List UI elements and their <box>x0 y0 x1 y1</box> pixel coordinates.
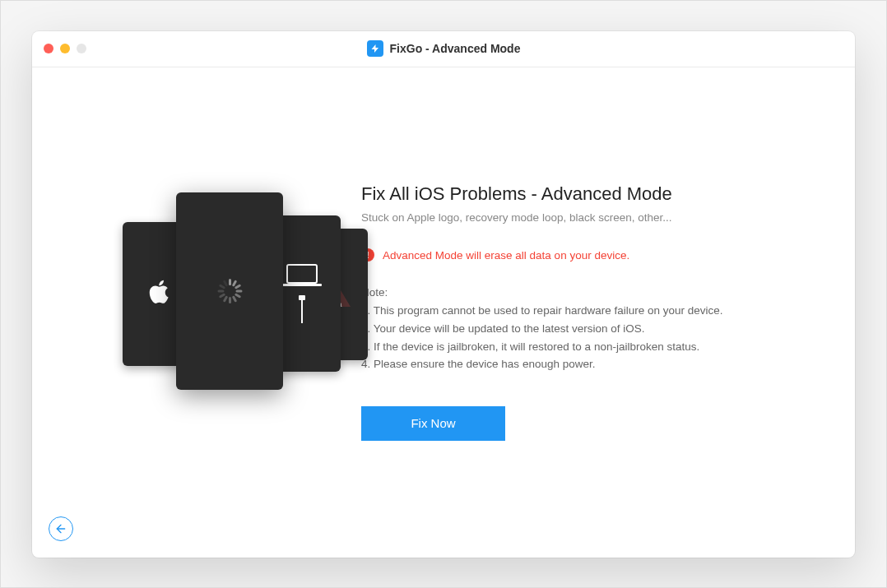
window-title-group: FixGo - Advanced Mode <box>367 40 521 57</box>
note-item: 4. Please ensure the device has enough p… <box>361 355 814 373</box>
titlebar: FixGo - Advanced Mode <box>32 31 855 67</box>
note-item: 3. If the device is jailbroken, it will … <box>361 338 814 356</box>
phone-spinner <box>176 192 283 390</box>
maximize-window-button[interactable] <box>77 44 86 53</box>
warning-message: ! Advanced Mode will erase all data on y… <box>361 248 814 262</box>
note-item: 2. Your device will be updated to the la… <box>361 320 814 338</box>
app-logo-icon <box>367 40 383 57</box>
minimize-window-button[interactable] <box>60 44 70 53</box>
window-controls <box>44 44 86 53</box>
close-window-button[interactable] <box>44 44 53 53</box>
notes-list: 1. This program cannot be used to repair… <box>361 302 814 373</box>
cable-icon <box>301 299 303 323</box>
app-window: FixGo - Advanced Mode data <box>32 31 855 558</box>
back-button[interactable] <box>49 516 73 541</box>
apple-logo-icon <box>149 280 170 308</box>
page-subheading: Stuck on Apple logo, recovery mode loop,… <box>361 211 814 224</box>
fix-now-button[interactable]: Fix Now <box>361 406 505 441</box>
note-label: Note: <box>361 286 814 299</box>
window-title: FixGo - Advanced Mode <box>390 42 521 55</box>
device-illustration: data <box>57 189 328 436</box>
laptop-icon <box>286 264 318 284</box>
main-content: data <box>32 67 855 558</box>
spinner-icon <box>217 279 242 303</box>
arrow-left-icon <box>54 522 67 535</box>
note-item: 1. This program cannot be used to repair… <box>361 302 814 320</box>
page-heading: Fix All iOS Problems - Advanced Mode <box>361 183 814 205</box>
warning-text: Advanced Mode will erase all data on you… <box>383 249 629 262</box>
info-panel: Fix All iOS Problems - Advanced Mode Stu… <box>328 183 830 440</box>
